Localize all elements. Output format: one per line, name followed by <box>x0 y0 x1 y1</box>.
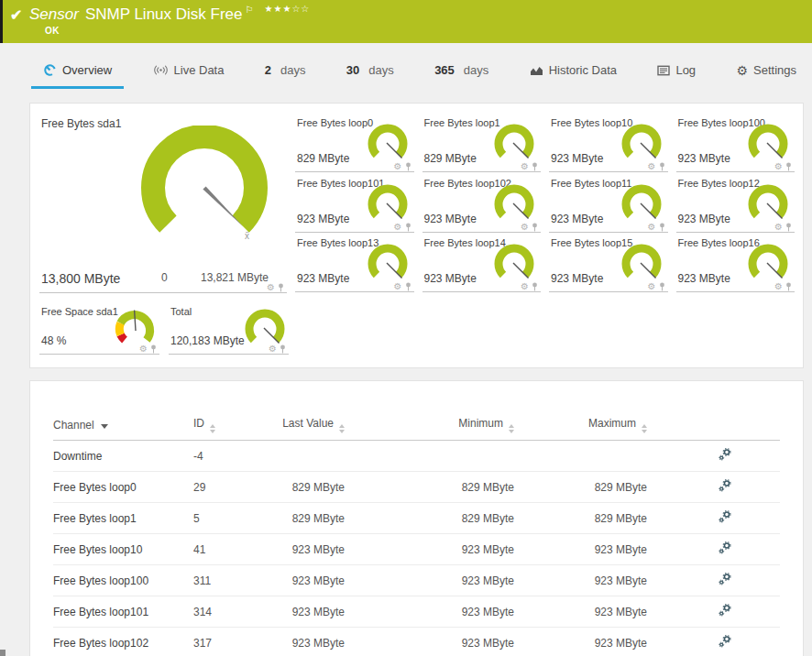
pin-icon[interactable] <box>659 282 665 291</box>
gauge-cell[interactable]: Free Bytes loop14 923 MByte ⚙ <box>422 233 542 292</box>
live-data-broadcast-icon <box>153 64 169 76</box>
table-row[interactable]: Free Bytes loop1 5 829 MByte 829 MByte 8… <box>53 503 780 534</box>
gauge-dial <box>364 122 411 166</box>
flag-icon[interactable]: ⚐ <box>246 5 254 15</box>
minimum-cell: 923 MByte <box>345 565 514 596</box>
gauge-cell[interactable]: Free Bytes loop100 923 MByte ⚙ <box>676 113 796 172</box>
pin-icon[interactable] <box>405 162 411 171</box>
edit-channel-gears-icon[interactable] <box>718 634 732 649</box>
channel-name-cell[interactable]: Downtime <box>53 441 193 472</box>
channel-name-cell[interactable]: Free Bytes loop102 <box>53 628 193 656</box>
pin-icon[interactable] <box>785 162 792 171</box>
pin-icon[interactable] <box>532 162 538 171</box>
table-row[interactable]: Downtime -4 <box>53 441 780 472</box>
gauge-cell[interactable]: Free Bytes loop102 923 MByte ⚙ <box>422 173 542 233</box>
settings-gear-icon: ⚙ <box>736 64 748 77</box>
pin-icon[interactable] <box>278 283 284 292</box>
gauge-dial <box>618 122 665 166</box>
channel-gear-icon[interactable]: ⚙ <box>774 223 783 232</box>
column-header-last-value[interactable]: Last Value <box>271 411 345 441</box>
gauge-cell[interactable]: Free Bytes loop15 923 MByte ⚙ <box>549 233 668 292</box>
channel-gear-icon[interactable]: ⚙ <box>139 344 148 354</box>
edit-channel-gears-icon[interactable] <box>718 541 732 555</box>
gauge-cell[interactable]: Free Bytes loop1 829 MByte ⚙ <box>422 113 542 172</box>
free-space-gauge-cell[interactable]: Free Space sda1 48 % ⚙ <box>39 301 159 355</box>
pin-icon[interactable] <box>280 344 286 354</box>
column-header-channel[interactable]: Channel <box>53 411 193 441</box>
channel-gear-icon[interactable]: ⚙ <box>394 223 402 232</box>
channel-gear-icon[interactable]: ⚙ <box>521 282 529 291</box>
table-row[interactable]: Free Bytes loop10 41 923 MByte 923 MByte… <box>53 534 780 565</box>
pin-icon[interactable] <box>659 162 665 171</box>
primary-gauge-cell[interactable]: Free Bytes sda1 x̄ 13,800 MByte 0 13,821… <box>39 113 287 293</box>
maximum-cell: 923 MByte <box>514 596 647 628</box>
channel-name-cell[interactable]: Free Bytes loop0 <box>53 472 193 503</box>
channel-gear-icon[interactable]: ⚙ <box>774 162 783 171</box>
tab-log[interactable]: Log <box>645 54 708 89</box>
table-row[interactable]: Free Bytes loop0 29 829 MByte 829 MByte … <box>53 472 780 503</box>
gauge-cell[interactable]: Free Bytes loop10 923 MByte ⚙ <box>549 113 668 172</box>
pin-icon[interactable] <box>405 282 411 291</box>
gauge-value: 923 MByte <box>424 272 477 285</box>
gauge-cell[interactable]: Free Bytes loop101 923 MByte ⚙ <box>295 173 414 233</box>
pin-icon[interactable] <box>150 344 157 354</box>
tab-historic-data[interactable]: Historic Data <box>518 54 629 89</box>
channels-table: Channel ID Last Value Minimum Maximum Do… <box>53 411 780 656</box>
pin-icon[interactable] <box>659 223 665 232</box>
channel-name-cell[interactable]: Free Bytes loop10 <box>53 534 193 565</box>
gauge-cell[interactable]: Free Bytes loop0 829 MByte ⚙ <box>295 113 414 172</box>
edit-channel-gears-icon[interactable] <box>718 572 732 586</box>
tab-2-days[interactable]: 2days <box>253 54 318 89</box>
gauge-cell[interactable]: Free Bytes loop13 923 MByte ⚙ <box>295 233 414 292</box>
tab-overview[interactable]: Overview <box>31 54 124 89</box>
gauge-dial <box>490 122 538 166</box>
table-row[interactable]: Free Bytes loop101 314 923 MByte 923 MBy… <box>53 596 780 628</box>
table-row[interactable]: Free Bytes loop100 311 923 MByte 923 MBy… <box>53 565 780 596</box>
column-header-maximum[interactable]: Maximum <box>514 411 647 441</box>
pin-icon[interactable] <box>532 282 538 291</box>
secondary-gauges-row: Free Space sda1 48 % ⚙ Total 120,183 MB <box>39 301 795 355</box>
channel-gear-icon[interactable]: ⚙ <box>521 162 529 171</box>
channel-gear-icon[interactable]: ⚙ <box>394 282 402 291</box>
sort-icon <box>642 424 647 433</box>
channel-name-cell[interactable]: Free Bytes loop1 <box>53 503 193 534</box>
channel-gear-icon[interactable]: ⚙ <box>648 282 656 291</box>
pin-icon[interactable] <box>532 223 538 232</box>
maximum-cell <box>514 441 647 472</box>
edit-channel-gears-icon[interactable] <box>718 509 732 524</box>
sort-icon <box>509 424 514 433</box>
channel-name-cell[interactable]: Free Bytes loop100 <box>53 565 193 596</box>
gauge-cell[interactable]: Free Bytes loop16 923 MByte ⚙ <box>676 233 796 292</box>
channel-gear-icon[interactable]: ⚙ <box>267 283 275 292</box>
channel-gear-icon[interactable]: ⚙ <box>521 223 529 232</box>
column-header-minimum[interactable]: Minimum <box>345 411 514 441</box>
tab-365-days[interactable]: 365days <box>422 54 500 89</box>
total-gauge-cell[interactable]: Total 120,183 MByte ⚙ <box>169 301 289 355</box>
channel-id-cell: 41 <box>193 534 271 565</box>
gauge-value: 923 MByte <box>551 213 603 225</box>
channel-gear-icon[interactable]: ⚙ <box>394 162 402 171</box>
edit-channel-gears-icon[interactable] <box>718 603 732 618</box>
channel-gear-icon[interactable]: ⚙ <box>648 162 656 171</box>
gauge-dial <box>744 122 792 166</box>
pin-icon[interactable] <box>405 223 411 232</box>
pin-icon[interactable] <box>785 223 792 232</box>
table-row[interactable]: Free Bytes loop102 317 923 MByte 923 MBy… <box>53 628 780 656</box>
channel-gear-icon[interactable]: ⚙ <box>648 223 656 232</box>
tab-30-days[interactable]: 30days <box>335 54 406 89</box>
column-header-id[interactable]: ID <box>193 411 271 441</box>
gauge-cell[interactable]: Free Bytes loop11 923 MByte ⚙ <box>549 173 668 233</box>
priority-stars[interactable]: ★★★☆☆ <box>264 4 310 14</box>
channel-gear-icon[interactable]: ⚙ <box>269 344 277 354</box>
tab-bar: Overview Live Data 2days 30days 365days … <box>0 43 812 89</box>
tab-settings[interactable]: ⚙ Settings <box>724 54 808 89</box>
edit-channel-gears-icon[interactable] <box>718 447 732 462</box>
last-value-cell: 923 MByte <box>271 565 345 596</box>
maximum-cell: 923 MByte <box>514 534 647 565</box>
pin-icon[interactable] <box>785 282 792 291</box>
channel-name-cell[interactable]: Free Bytes loop101 <box>53 596 193 628</box>
gauge-cell[interactable]: Free Bytes loop12 923 MByte ⚙ <box>676 173 796 233</box>
channel-gear-icon[interactable]: ⚙ <box>774 282 783 291</box>
edit-channel-gears-icon[interactable] <box>718 478 732 493</box>
tab-live-data[interactable]: Live Data <box>141 54 236 89</box>
